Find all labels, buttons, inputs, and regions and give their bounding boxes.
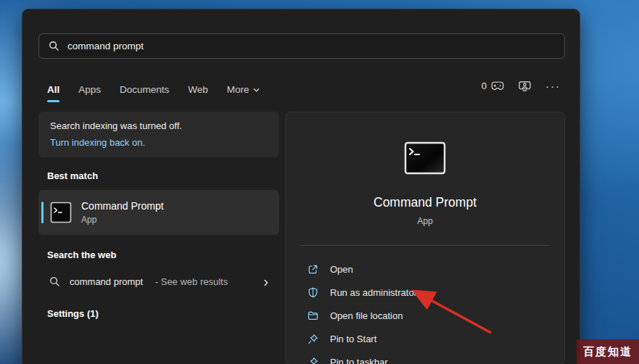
tab-documents[interactable]: Documents — [120, 84, 169, 102]
web-section-header: Search the web — [47, 249, 116, 260]
rewards-controller-icon — [491, 81, 504, 91]
tab-all[interactable]: All — [47, 84, 59, 102]
best-match-header: Best match — [47, 170, 98, 181]
search-icon — [49, 276, 60, 287]
search-flyout-window: All Apps Documents Web More 0 ··· — [22, 9, 580, 364]
detail-divider — [300, 245, 550, 246]
watermark-badge: 百度知道 — [577, 339, 639, 364]
open-icon — [308, 264, 318, 275]
web-query-text: command prompt — [70, 276, 143, 287]
detail-title: Command Prompt — [374, 195, 477, 210]
best-match-text: Command Prompt App — [81, 200, 164, 225]
action-open-file-location[interactable]: Open file location — [286, 304, 564, 327]
action-label: Pin to Start — [330, 334, 376, 344]
detail-top: Command Prompt App — [286, 112, 564, 226]
search-filter-tabs: All Apps Documents Web More — [47, 78, 260, 102]
chevron-right-icon[interactable]: › — [263, 274, 268, 289]
folder-icon — [308, 310, 318, 321]
command-prompt-large-icon — [404, 141, 446, 175]
action-label: Pin to taskbar — [330, 357, 388, 364]
indexing-banner-link[interactable]: Turn indexing back on. — [50, 137, 268, 148]
user-session-icon[interactable] — [519, 81, 531, 91]
search-icon — [49, 41, 59, 51]
result-subtitle: App — [81, 215, 164, 225]
action-open[interactable]: Open — [286, 257, 564, 281]
pin-icon — [308, 334, 318, 344]
context-actions: Open Run as administrator Open file loca… — [286, 257, 564, 364]
search-header-icons: 0 ··· — [482, 80, 561, 91]
indexing-banner: Search indexing was turned off. Turn ind… — [38, 112, 279, 157]
result-title: Command Prompt — [81, 200, 164, 212]
search-input[interactable] — [67, 41, 555, 51]
selection-accent-bar — [41, 202, 44, 223]
web-search-result[interactable]: command prompt - See web results › — [38, 268, 279, 295]
web-suffix-text: - See web results — [152, 276, 228, 287]
tab-more[interactable]: More — [227, 84, 260, 102]
action-pin-to-start[interactable]: Pin to Start — [286, 327, 564, 350]
detail-subtitle: App — [417, 216, 432, 226]
desktop-wallpaper: All Apps Documents Web More 0 ··· — [0, 0, 639, 364]
settings-section-header: Settings (1) — [47, 308, 99, 319]
action-label: Run as administrator — [330, 287, 417, 298]
search-box[interactable] — [38, 33, 565, 59]
best-match-result[interactable]: Command Prompt App — [38, 190, 279, 235]
action-label: Open file location — [330, 310, 403, 321]
action-pin-to-taskbar[interactable]: Pin to taskbar — [286, 350, 564, 364]
rewards-count: 0 — [482, 80, 487, 91]
more-options-button[interactable]: ··· — [545, 83, 561, 90]
result-detail-pane: Command Prompt App Open Run as administr… — [285, 112, 565, 364]
tab-apps[interactable]: Apps — [78, 84, 101, 102]
indexing-banner-text: Search indexing was turned off. — [50, 120, 268, 131]
shield-icon — [308, 287, 318, 298]
tab-web[interactable]: Web — [188, 84, 208, 102]
action-label: Open — [330, 264, 353, 275]
rewards-button[interactable]: 0 — [482, 80, 504, 91]
command-prompt-icon — [50, 202, 72, 223]
action-run-as-administrator[interactable]: Run as administrator — [286, 281, 564, 304]
chevron-down-icon — [253, 88, 260, 92]
pin-icon — [308, 357, 318, 364]
